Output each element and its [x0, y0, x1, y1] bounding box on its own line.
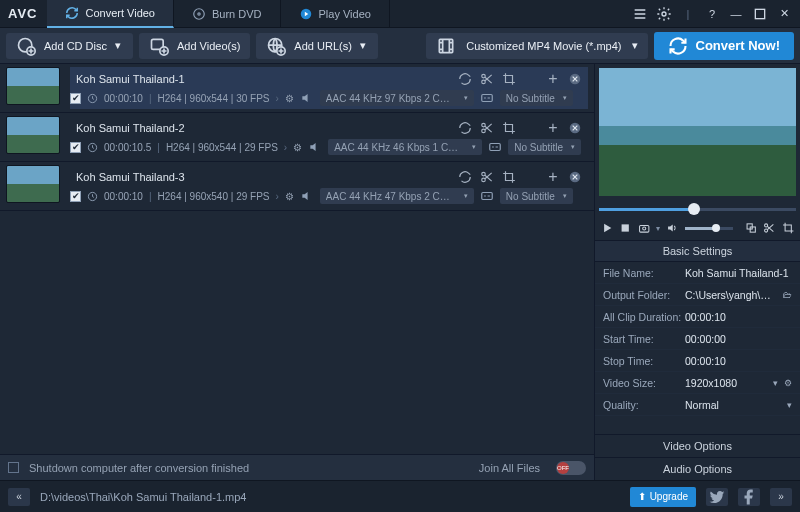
- subtitle-icon: [480, 189, 494, 203]
- maximize-button[interactable]: [752, 6, 768, 22]
- disc-add-icon: [16, 36, 36, 56]
- copy-icon[interactable]: [745, 221, 757, 235]
- loop-icon[interactable]: [458, 72, 472, 86]
- svg-point-13: [482, 80, 486, 84]
- crop-icon[interactable]: [782, 221, 794, 235]
- audio-track-dropdown[interactable]: AAC 44 KHz 97 Kbps 2 CH ...▾: [320, 90, 474, 106]
- status-path: D:\videos\Thai\Koh Samui Thailand-1.mp4: [40, 491, 246, 503]
- refresh-icon: [65, 6, 79, 20]
- video-item[interactable]: Koh Samui Thailand-3 + ✔ 0: [0, 162, 594, 211]
- gear-icon[interactable]: [656, 6, 672, 22]
- tab-label: Convert Video: [85, 7, 155, 19]
- join-all-files-label: Join All Files: [479, 462, 540, 474]
- tab-burn-dvd[interactable]: Burn DVD: [174, 0, 281, 28]
- scissors-icon[interactable]: [480, 72, 494, 86]
- minimize-button[interactable]: —: [728, 6, 744, 22]
- chevron-down-icon: ▾: [464, 94, 468, 102]
- audio-track-dropdown[interactable]: AAC 44 KHz 47 Kbps 2 CH ...▾: [320, 188, 474, 204]
- speaker-icon: [308, 140, 322, 154]
- svg-point-0: [194, 8, 205, 19]
- join-toggle[interactable]: OFF: [556, 461, 586, 475]
- collapse-right-button[interactable]: »: [770, 488, 792, 506]
- twitter-icon[interactable]: [706, 488, 728, 506]
- audio-track-dropdown[interactable]: AAC 44 KHz 46 Kbps 1 CH ...▾: [328, 139, 482, 155]
- video-item[interactable]: Koh Samui Thailand-2 + ✔ 0: [0, 113, 594, 162]
- remove-icon[interactable]: [568, 170, 582, 184]
- effects-icon[interactable]: ⚙: [285, 93, 294, 104]
- video-options-button[interactable]: Video Options: [595, 434, 800, 457]
- main-area: Koh Samui Thailand-1 + ✔ 0: [0, 64, 800, 480]
- effects-icon[interactable]: ⚙: [293, 142, 302, 153]
- help-icon[interactable]: ?: [704, 6, 720, 22]
- chevron-down-icon[interactable]: ▾: [787, 400, 792, 410]
- subtitle-dropdown[interactable]: No Subtitle▾: [500, 188, 573, 204]
- upgrade-button[interactable]: ⬆Upgrade: [630, 487, 696, 507]
- svg-point-29: [643, 227, 646, 230]
- item-checkbox[interactable]: ✔: [70, 142, 81, 153]
- loop-icon[interactable]: [458, 170, 472, 184]
- add-cd-disc-button[interactable]: Add CD Disc ▾: [6, 33, 133, 59]
- plus-icon[interactable]: +: [546, 72, 560, 86]
- scissors-icon[interactable]: [480, 121, 494, 135]
- volume-slider[interactable]: [685, 227, 733, 230]
- stop-time-value[interactable]: 00:00:10: [685, 355, 792, 367]
- facebook-icon[interactable]: [738, 488, 760, 506]
- chevron-down-icon[interactable]: ▾: [773, 378, 778, 388]
- scissors-icon[interactable]: [763, 221, 775, 235]
- scissors-icon[interactable]: [480, 170, 494, 184]
- seek-knob[interactable]: [688, 203, 700, 215]
- loop-icon[interactable]: [458, 121, 472, 135]
- volume-icon[interactable]: [666, 221, 678, 235]
- video-item[interactable]: Koh Samui Thailand-1 + ✔ 0: [0, 64, 594, 113]
- subtitle-dropdown[interactable]: No Subtitle▾: [508, 139, 581, 155]
- output-folder-value[interactable]: C:\Users\yangh\Videos...: [685, 289, 777, 301]
- svg-rect-21: [490, 144, 501, 151]
- video-info: H264 | 960x544 | 30 FPS: [158, 93, 270, 104]
- menu-icon[interactable]: [632, 6, 648, 22]
- filename-value[interactable]: Koh Samui Thailand-1: [685, 267, 792, 279]
- chevron-down-icon: ▾: [360, 39, 368, 52]
- chevron-down-icon[interactable]: ▾: [656, 224, 660, 233]
- tab-play-video[interactable]: Play Video: [281, 0, 390, 28]
- item-checkbox[interactable]: ✔: [70, 191, 81, 202]
- video-size-value[interactable]: 1920x1080: [685, 377, 767, 389]
- gear-icon[interactable]: ⚙: [784, 378, 792, 388]
- collapse-left-button[interactable]: «: [8, 488, 30, 506]
- clock-icon: [87, 142, 98, 153]
- stop-button[interactable]: [619, 221, 631, 235]
- label: Start Time:: [603, 333, 685, 345]
- seek-bar[interactable]: [599, 202, 796, 216]
- start-time-value[interactable]: 00:00:00: [685, 333, 792, 345]
- remove-icon[interactable]: [568, 121, 582, 135]
- shutdown-checkbox[interactable]: [8, 462, 19, 473]
- label: All Clip Duration:: [603, 311, 685, 323]
- effects-icon[interactable]: ⚙: [285, 191, 294, 202]
- video-thumbnail[interactable]: [6, 165, 60, 203]
- play-button[interactable]: [601, 221, 613, 235]
- tab-convert-video[interactable]: Convert Video: [47, 0, 174, 28]
- video-thumbnail[interactable]: [6, 67, 60, 105]
- plus-icon[interactable]: +: [546, 170, 560, 184]
- close-button[interactable]: ✕: [776, 6, 792, 22]
- item-checkbox[interactable]: ✔: [70, 93, 81, 104]
- crop-icon[interactable]: [502, 170, 516, 184]
- video-preview[interactable]: [599, 68, 796, 196]
- crop-icon[interactable]: [502, 72, 516, 86]
- label: Quality:: [603, 399, 685, 411]
- subtitle-dropdown[interactable]: No Subtitle▾: [500, 90, 573, 106]
- convert-now-button[interactable]: Convert Now!: [654, 32, 795, 60]
- add-urls-button[interactable]: Add URL(s) ▾: [256, 33, 377, 59]
- quality-value[interactable]: Normal: [685, 399, 781, 411]
- output-profile-dropdown[interactable]: Customized MP4 Movie (*.mp4) ▾: [426, 33, 647, 59]
- audio-options-button[interactable]: Audio Options: [595, 457, 800, 480]
- video-title: Koh Samui Thailand-3: [76, 171, 185, 183]
- snapshot-button[interactable]: [638, 221, 650, 235]
- folder-icon[interactable]: 🗁: [783, 290, 792, 300]
- clock-icon: [87, 191, 98, 202]
- video-thumbnail[interactable]: [6, 116, 60, 154]
- add-videos-button[interactable]: Add Video(s): [139, 33, 250, 59]
- speaker-icon: [300, 189, 314, 203]
- remove-icon[interactable]: [568, 72, 582, 86]
- crop-icon[interactable]: [502, 121, 516, 135]
- plus-icon[interactable]: +: [546, 121, 560, 135]
